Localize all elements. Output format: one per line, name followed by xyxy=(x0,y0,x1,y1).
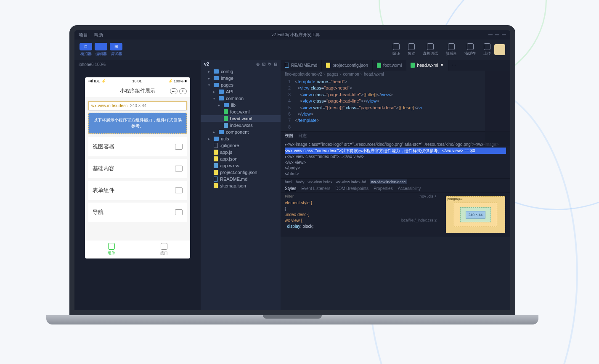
tab-README.md[interactable]: README.md xyxy=(281,60,322,71)
style-tab-Event Listeners[interactable]: Event Listeners xyxy=(301,186,330,191)
tree-node-.gitignore[interactable]: .gitignore xyxy=(201,142,281,149)
tool-清缓存[interactable]: 清缓存 xyxy=(464,43,476,56)
tabs-more-icon[interactable]: ⋯ xyxy=(448,60,460,71)
chevron-icon xyxy=(175,144,183,150)
file-tree[interactable]: v2 ⊕⊡↻⊟ ▸config▸image▾pages▸API▾common▸l… xyxy=(201,60,281,310)
window-controls[interactable] xyxy=(488,34,506,35)
tree-root[interactable]: v2 xyxy=(204,61,209,66)
crumb-item[interactable]: wx-view.index-hd xyxy=(336,179,366,184)
laptop-frame: 项目 帮助 v2-FinClip小程序开发工具 □模拟器编辑器⊞调试器 编译预览… xyxy=(69,25,515,324)
crumb-item[interactable]: wx-view.index xyxy=(308,179,333,184)
folder-icon xyxy=(224,103,229,107)
new-folder-icon[interactable]: ⊡ xyxy=(262,62,265,66)
folder-icon xyxy=(219,90,224,94)
capsule-close-icon[interactable]: ⊙ xyxy=(179,88,187,94)
collapse-icon[interactable]: ⊟ xyxy=(274,62,277,66)
tree-node-README.md[interactable]: README.md xyxy=(201,176,281,182)
tool-编译[interactable]: 编译 xyxy=(392,43,400,56)
tab-project.config.json[interactable]: project.config.json xyxy=(322,60,373,71)
tree-node-common[interactable]: ▾common xyxy=(201,95,281,102)
chevron-icon xyxy=(175,209,183,215)
simulator-device-info: iphone6 100% xyxy=(74,60,201,69)
code-editor[interactable]: 1<template name="head">2 <view class="pa… xyxy=(281,78,510,131)
new-file-icon[interactable]: ⊕ xyxy=(256,62,260,66)
minimap[interactable] xyxy=(485,71,510,146)
file-icon xyxy=(214,163,218,168)
capsule-menu-icon[interactable]: ••• xyxy=(170,88,178,94)
file-icon xyxy=(224,123,228,128)
tree-node-API[interactable]: ▸API xyxy=(201,88,281,95)
tree-node-index.wxss[interactable]: index.wxss xyxy=(201,122,281,129)
tree-node-component[interactable]: ▸component xyxy=(201,129,281,135)
devtools-tab-view[interactable]: 视图 xyxy=(285,133,293,139)
list-item[interactable]: 基础内容 xyxy=(88,159,187,178)
file-icon xyxy=(224,116,228,121)
tree-node-foot.wxml[interactable]: foot.wxml xyxy=(201,108,281,115)
refresh-icon[interactable]: ↻ xyxy=(268,62,271,66)
file-icon xyxy=(214,170,218,175)
tool-真机调试[interactable]: 真机调试 xyxy=(423,43,438,56)
tree-node-lib[interactable]: ▸lib xyxy=(201,102,281,108)
tree-node-pages[interactable]: ▾pages xyxy=(201,82,281,88)
tree-node-app.js[interactable]: app.js xyxy=(201,149,281,156)
file-icon xyxy=(214,183,218,188)
tree-node-image[interactable]: ▸image xyxy=(201,75,281,82)
tab-head.wxml[interactable]: head.wxml✕ xyxy=(406,60,448,71)
tree-node-app.json[interactable]: app.json xyxy=(201,156,281,162)
status-signal: ••Il IDE ⚡ xyxy=(88,79,106,83)
list-item[interactable]: 导航 xyxy=(88,203,187,222)
list-item[interactable]: 表单组件 xyxy=(88,181,187,200)
breadcrumb[interactable]: fino-applet-demo-v2pagescommonhead.wxml xyxy=(281,71,510,78)
crumb-item[interactable]: body xyxy=(296,179,305,184)
tool-编辑器[interactable]: 编辑器 xyxy=(95,43,107,57)
style-tab-Accessibility[interactable]: Accessibility xyxy=(398,186,421,191)
style-tab-DOM Breakpoints[interactable]: DOM Breakpoints xyxy=(335,186,368,191)
avatar[interactable] xyxy=(494,44,505,55)
dom-breadcrumb[interactable]: htmlbodywx-view.indexwx-view.index-hdwx-… xyxy=(281,178,510,185)
style-tab-Styles[interactable]: Styles xyxy=(285,186,296,191)
tree-node-project.config.json[interactable]: project.config.json xyxy=(201,169,281,176)
list-item[interactable]: 视图容器 xyxy=(88,137,187,156)
status-battery: ⚡ 100% ■ xyxy=(168,79,187,83)
tool-预览[interactable]: 预览 xyxy=(408,43,415,56)
styles-filter-controls[interactable]: :hov .cls + xyxy=(419,194,437,198)
editor-panel: README.mdproject.config.jsonfoot.wxmlhea… xyxy=(281,60,510,310)
tree-node-config[interactable]: ▸config xyxy=(201,68,281,75)
tree-node-utils[interactable]: ▸utils xyxy=(201,135,281,142)
dom-tree[interactable]: ▸<wx-image class="index-logo" src="../re… xyxy=(281,140,510,178)
crumb-item[interactable]: html xyxy=(285,179,292,184)
tool-模拟器[interactable]: □模拟器 xyxy=(80,43,92,57)
folder-icon xyxy=(219,96,224,100)
folder-icon xyxy=(214,137,219,141)
highlighted-element[interactable]: 以下将展示小程序官方组件能力，组件样式仅供参考。 xyxy=(88,113,187,134)
tabbar-接口[interactable]: 接口 xyxy=(138,240,190,258)
menu-help[interactable]: 帮助 xyxy=(94,32,103,38)
close-icon[interactable]: ✕ xyxy=(440,63,444,67)
tabbar-组件[interactable]: 组件 xyxy=(85,240,138,258)
devtools: 视图 日志 ▸<wx-image class="index-logo" src=… xyxy=(281,131,510,237)
style-tab-Properties[interactable]: Properties xyxy=(374,186,393,191)
tree-node-sitemap.json[interactable]: sitemap.json xyxy=(201,182,281,189)
crumb-item[interactable]: wx-view.index-desc xyxy=(370,179,408,184)
file-icon xyxy=(285,63,289,68)
tool-调试器[interactable]: ⊞调试器 xyxy=(110,43,122,57)
menu-project[interactable]: 项目 xyxy=(79,32,88,38)
tool-上传[interactable]: 上传 xyxy=(483,43,491,56)
folder-icon xyxy=(214,83,219,87)
file-icon xyxy=(214,150,218,155)
tree-node-head.wxml[interactable]: head.wxml xyxy=(201,115,281,122)
chevron-icon xyxy=(175,187,183,193)
tree-node-app.wxss[interactable]: app.wxss xyxy=(201,162,281,169)
tab-foot.wxml[interactable]: foot.wxml xyxy=(373,60,406,71)
folder-icon xyxy=(214,69,219,74)
tool-切后台[interactable]: 切后台 xyxy=(445,43,457,56)
css-rules[interactable]: element.style {}.index-desc {</span></di… xyxy=(281,199,441,230)
devtools-tab-log[interactable]: 日志 xyxy=(298,133,307,139)
page-title: 小程序组件展示 xyxy=(120,87,155,95)
file-icon xyxy=(377,63,381,68)
folder-icon xyxy=(214,76,219,80)
chevron-icon xyxy=(175,166,183,171)
styles-filter-input[interactable] xyxy=(285,194,415,198)
ide-window: 项目 帮助 v2-FinClip小程序开发工具 □模拟器编辑器⊞调试器 编译预览… xyxy=(74,30,510,310)
phone-preview[interactable]: ••Il IDE ⚡ 10:01 ⚡ 100% ■ 小程序组件展示 •••⊙ w… xyxy=(85,77,190,258)
